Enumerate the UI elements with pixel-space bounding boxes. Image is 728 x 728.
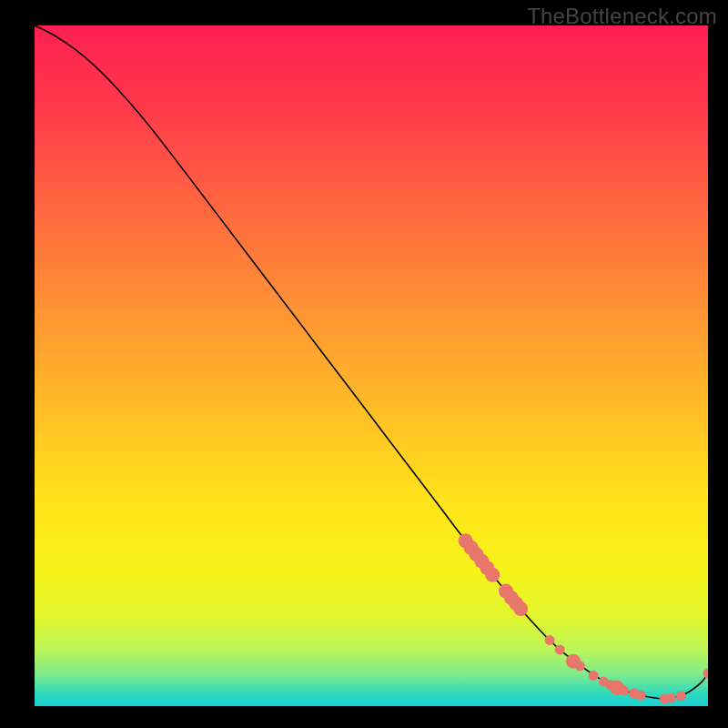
data-marker [636,691,646,701]
chart-svg [35,25,708,706]
data-marker [666,693,676,703]
data-marker [545,635,555,645]
gradient-background [35,25,708,706]
data-marker [676,691,686,701]
data-marker [619,685,629,695]
data-marker [555,644,565,654]
chart-frame: TheBottleneck.com [0,0,728,728]
data-marker [513,602,528,616]
plot-area [35,25,708,706]
data-marker [575,661,585,671]
data-marker [589,671,599,681]
data-marker [485,568,500,582]
